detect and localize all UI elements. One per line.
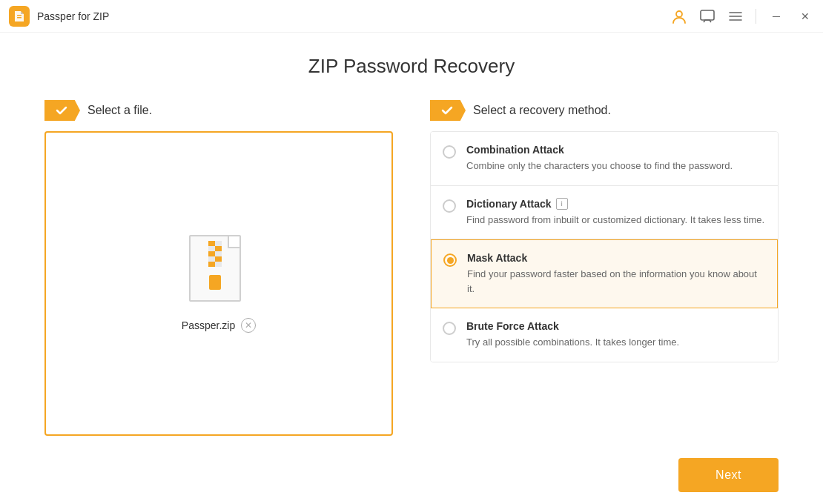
file-name-row: Passper.zip ✕ — [182, 318, 256, 333]
remove-file-button[interactable]: ✕ — [241, 318, 256, 333]
dictionary-info-icon[interactable]: i — [556, 198, 568, 210]
svg-rect-0 — [17, 15, 22, 16]
zip-body — [189, 235, 241, 302]
option-title-dictionary: Dictionary Attack i — [466, 198, 766, 210]
zip-handle — [209, 275, 221, 290]
option-desc-dictionary: Find password from inbuilt or customized… — [466, 213, 766, 228]
option-content-mask: Mask Attack Find your password faster ba… — [467, 252, 765, 296]
radio-combination[interactable] — [443, 145, 456, 159]
option-mask[interactable]: Mask Attack Find your password faster ba… — [431, 239, 778, 308]
left-section-title: Select a file. — [87, 104, 152, 117]
zip-stripes — [208, 241, 222, 267]
right-section-title: Select a recovery method. — [473, 104, 611, 117]
option-brute[interactable]: Brute Force Attack Try all possible comb… — [431, 308, 778, 362]
svg-rect-3 — [701, 10, 714, 20]
option-desc-mask: Find your password faster based on the i… — [467, 267, 765, 296]
check-icon — [56, 105, 67, 116]
left-column: Select a file. — [44, 100, 393, 436]
left-step-badge — [44, 100, 80, 121]
chat-icon[interactable] — [699, 8, 715, 24]
file-name-text: Passper.zip — [182, 319, 235, 331]
minimize-button[interactable]: ─ — [768, 7, 784, 25]
radio-mask[interactable] — [443, 253, 457, 267]
option-combination[interactable]: Combination Attack Combine only the char… — [431, 132, 778, 186]
radio-brute[interactable] — [443, 322, 456, 335]
zip-fold — [228, 236, 239, 248]
option-desc-combination: Combine only the characters you choose t… — [466, 159, 766, 173]
svg-point-2 — [676, 11, 682, 17]
recovery-options-list: Combination Attack Combine only the char… — [430, 131, 779, 362]
svg-rect-1 — [17, 17, 22, 19]
option-title-mask: Mask Attack — [467, 252, 765, 264]
file-dropzone[interactable]: Passper.zip ✕ — [44, 131, 393, 436]
next-button[interactable]: Next — [678, 458, 779, 492]
right-step-badge — [430, 100, 466, 121]
user-icon[interactable] — [671, 8, 687, 24]
option-title-brute: Brute Force Attack — [466, 320, 766, 332]
app-title: Passper for ZIP — [37, 10, 671, 22]
footer: Next — [0, 451, 823, 504]
check-icon-right — [441, 105, 453, 116]
separator — [756, 9, 756, 24]
app-logo — [9, 6, 30, 27]
option-content-brute: Brute Force Attack Try all possible comb… — [466, 320, 766, 350]
title-bar: Passper for ZIP ─ ✕ — [0, 0, 823, 33]
radio-dictionary[interactable] — [443, 199, 456, 213]
logo-icon — [13, 10, 26, 23]
file-display: Passper.zip ✕ — [182, 235, 256, 333]
main-content: ZIP Password Recovery Select a file. — [0, 33, 823, 451]
page-title: ZIP Password Recovery — [44, 55, 779, 78]
menu-icon[interactable] — [727, 8, 744, 24]
option-dictionary[interactable]: Dictionary Attack i Find password from i… — [431, 186, 778, 240]
option-content-combination: Combination Attack Combine only the char… — [466, 144, 766, 173]
close-button[interactable]: ✕ — [796, 7, 814, 25]
option-content-dictionary: Dictionary Attack i Find password from i… — [466, 198, 766, 228]
left-section-header: Select a file. — [44, 100, 393, 121]
option-desc-brute: Try all possible combinations. It takes … — [466, 335, 766, 350]
zip-file-icon — [189, 235, 248, 309]
columns-layout: Select a file. — [44, 100, 779, 436]
right-column: Select a recovery method. Combination At… — [430, 100, 779, 436]
option-title-combination: Combination Attack — [466, 144, 766, 156]
right-section-header: Select a recovery method. — [430, 100, 779, 121]
window-controls: ─ ✕ — [671, 7, 814, 25]
